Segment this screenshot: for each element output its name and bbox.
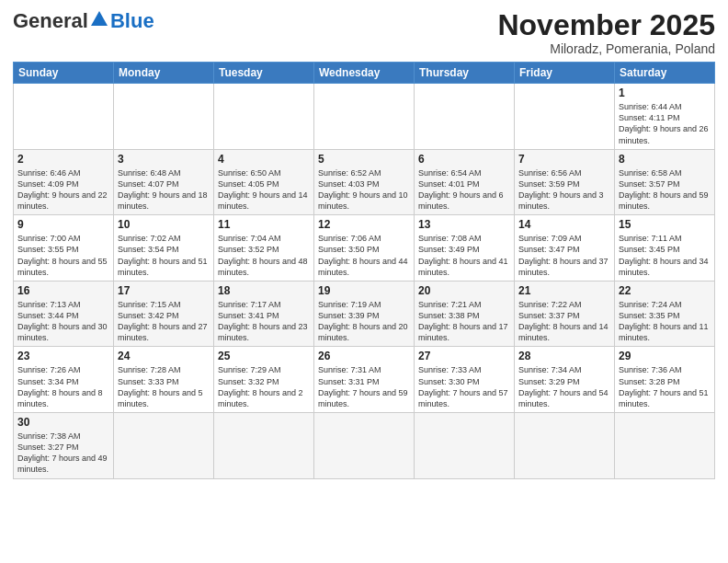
table-row: 26Sunrise: 7:31 AM Sunset: 3:31 PM Dayli… [314, 347, 415, 413]
logo: General Blue [13, 9, 154, 33]
table-row [615, 413, 715, 479]
calendar-subtitle: Miloradz, Pomerania, Poland [497, 41, 715, 56]
table-row: 5Sunrise: 6:52 AM Sunset: 4:03 PM Daylig… [314, 149, 415, 215]
calendar-table: Sunday Monday Tuesday Wednesday Thursday… [13, 62, 715, 478]
calendar-week-row: 16Sunrise: 7:13 AM Sunset: 3:44 PM Dayli… [14, 281, 715, 347]
col-wednesday: Wednesday [314, 63, 415, 84]
table-row: 9Sunrise: 7:00 AM Sunset: 3:55 PM Daylig… [14, 215, 114, 282]
day-info: Sunrise: 7:33 AM Sunset: 3:30 PM Dayligh… [418, 364, 510, 409]
day-info: Sunrise: 7:21 AM Sunset: 3:38 PM Dayligh… [418, 299, 510, 344]
day-number: 10 [118, 218, 210, 231]
table-row: 15Sunrise: 7:11 AM Sunset: 3:45 PM Dayli… [615, 215, 715, 282]
col-monday: Monday [114, 63, 214, 84]
day-number: 6 [418, 153, 510, 166]
day-info: Sunrise: 7:22 AM Sunset: 3:37 PM Dayligh… [518, 299, 610, 344]
day-number: 23 [17, 350, 109, 362]
day-number: 29 [619, 350, 711, 362]
table-row: 25Sunrise: 7:29 AM Sunset: 3:32 PM Dayli… [214, 347, 314, 413]
table-row: 27Sunrise: 7:33 AM Sunset: 3:30 PM Dayli… [415, 347, 515, 413]
table-row: 8Sunrise: 6:58 AM Sunset: 3:57 PM Daylig… [615, 149, 715, 215]
day-info: Sunrise: 7:04 AM Sunset: 3:52 PM Dayligh… [218, 233, 310, 278]
table-row: 11Sunrise: 7:04 AM Sunset: 3:52 PM Dayli… [214, 215, 314, 282]
table-row: 21Sunrise: 7:22 AM Sunset: 3:37 PM Dayli… [515, 281, 615, 347]
day-number: 25 [218, 350, 310, 362]
day-number: 3 [118, 153, 210, 166]
day-number: 7 [518, 153, 610, 166]
calendar-title: November 2025 [497, 9, 715, 41]
header: General Blue November 2025 Miloradz, Pom… [13, 9, 715, 56]
calendar-week-row: 1Sunrise: 6:44 AM Sunset: 4:11 PM Daylig… [14, 84, 715, 150]
table-row: 7Sunrise: 6:56 AM Sunset: 3:59 PM Daylig… [515, 149, 615, 215]
col-tuesday: Tuesday [214, 63, 314, 84]
day-info: Sunrise: 6:58 AM Sunset: 3:57 PM Dayligh… [619, 167, 711, 213]
day-number: 13 [418, 218, 510, 231]
day-number: 2 [17, 153, 109, 166]
day-info: Sunrise: 6:56 AM Sunset: 3:59 PM Dayligh… [518, 167, 610, 213]
day-info: Sunrise: 6:54 AM Sunset: 4:01 PM Dayligh… [418, 167, 510, 213]
table-row [515, 413, 615, 479]
table-row: 6Sunrise: 6:54 AM Sunset: 4:01 PM Daylig… [415, 149, 515, 215]
day-info: Sunrise: 7:11 AM Sunset: 3:45 PM Dayligh… [619, 233, 711, 278]
day-info: Sunrise: 7:31 AM Sunset: 3:31 PM Dayligh… [318, 364, 410, 409]
calendar-week-row: 2Sunrise: 6:46 AM Sunset: 4:09 PM Daylig… [14, 149, 715, 215]
day-info: Sunrise: 7:34 AM Sunset: 3:29 PM Dayligh… [518, 364, 610, 409]
day-number: 27 [418, 350, 510, 362]
table-row [214, 413, 314, 479]
table-row: 23Sunrise: 7:26 AM Sunset: 3:34 PM Dayli… [14, 347, 114, 413]
day-number: 21 [518, 284, 610, 297]
logo-general-text: General [13, 9, 88, 33]
calendar-week-row: 23Sunrise: 7:26 AM Sunset: 3:34 PM Dayli… [14, 347, 715, 413]
calendar-header-row: Sunday Monday Tuesday Wednesday Thursday… [14, 63, 715, 84]
table-row: 13Sunrise: 7:08 AM Sunset: 3:49 PM Dayli… [415, 215, 515, 282]
table-row: 29Sunrise: 7:36 AM Sunset: 3:28 PM Dayli… [615, 347, 715, 413]
table-row: 28Sunrise: 7:34 AM Sunset: 3:29 PM Dayli… [515, 347, 615, 413]
table-row [515, 84, 615, 150]
day-number: 5 [318, 153, 410, 166]
day-number: 8 [619, 153, 711, 166]
day-number: 19 [318, 284, 410, 297]
table-row [314, 84, 415, 150]
day-info: Sunrise: 7:19 AM Sunset: 3:39 PM Dayligh… [318, 299, 410, 344]
table-row [114, 84, 214, 150]
day-info: Sunrise: 7:13 AM Sunset: 3:44 PM Dayligh… [17, 299, 109, 344]
table-row: 3Sunrise: 6:48 AM Sunset: 4:07 PM Daylig… [114, 149, 214, 215]
table-row: 1Sunrise: 6:44 AM Sunset: 4:11 PM Daylig… [615, 84, 715, 150]
table-row: 4Sunrise: 6:50 AM Sunset: 4:05 PM Daylig… [214, 149, 314, 215]
day-number: 1 [619, 86, 711, 99]
day-number: 28 [518, 350, 610, 362]
table-row [114, 413, 214, 479]
table-row: 19Sunrise: 7:19 AM Sunset: 3:39 PM Dayli… [314, 281, 415, 347]
day-number: 9 [17, 218, 109, 231]
day-number: 12 [318, 218, 410, 231]
day-info: Sunrise: 7:15 AM Sunset: 3:42 PM Dayligh… [118, 299, 210, 344]
day-info: Sunrise: 7:09 AM Sunset: 3:47 PM Dayligh… [518, 233, 610, 278]
col-friday: Friday [515, 63, 615, 84]
page: General Blue November 2025 Miloradz, Pom… [0, 0, 728, 563]
table-row: 16Sunrise: 7:13 AM Sunset: 3:44 PM Dayli… [14, 281, 114, 347]
day-info: Sunrise: 7:06 AM Sunset: 3:50 PM Dayligh… [318, 233, 410, 278]
day-number: 18 [218, 284, 310, 297]
table-row: 17Sunrise: 7:15 AM Sunset: 3:42 PM Dayli… [114, 281, 214, 347]
day-number: 15 [619, 218, 711, 231]
table-row: 22Sunrise: 7:24 AM Sunset: 3:35 PM Dayli… [615, 281, 715, 347]
day-info: Sunrise: 7:29 AM Sunset: 3:32 PM Dayligh… [218, 364, 310, 409]
day-info: Sunrise: 6:44 AM Sunset: 4:11 PM Dayligh… [619, 101, 711, 146]
col-sunday: Sunday [14, 63, 114, 84]
day-info: Sunrise: 7:00 AM Sunset: 3:55 PM Dayligh… [17, 233, 109, 278]
logo-blue-text: Blue [110, 9, 154, 33]
day-info: Sunrise: 7:17 AM Sunset: 3:41 PM Dayligh… [218, 299, 310, 344]
day-info: Sunrise: 7:24 AM Sunset: 3:35 PM Dayligh… [619, 299, 711, 344]
day-info: Sunrise: 7:36 AM Sunset: 3:28 PM Dayligh… [619, 364, 711, 409]
table-row [415, 84, 515, 150]
col-thursday: Thursday [415, 63, 515, 84]
col-saturday: Saturday [615, 63, 715, 84]
day-number: 22 [619, 284, 711, 297]
day-number: 24 [118, 350, 210, 362]
title-block: November 2025 Miloradz, Pomerania, Polan… [497, 9, 715, 56]
table-row [214, 84, 314, 150]
table-row [14, 84, 114, 150]
day-number: 30 [17, 416, 109, 429]
day-number: 14 [518, 218, 610, 231]
day-info: Sunrise: 6:46 AM Sunset: 4:09 PM Dayligh… [17, 167, 109, 213]
table-row: 18Sunrise: 7:17 AM Sunset: 3:41 PM Dayli… [214, 281, 314, 347]
